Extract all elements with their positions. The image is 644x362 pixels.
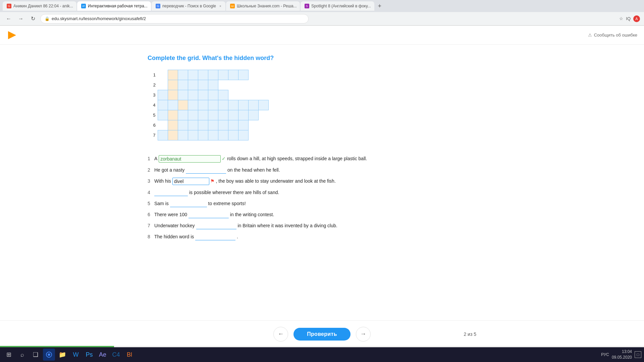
clue-row-4: 4 is possible wherever there are hills o…: [148, 189, 449, 196]
clue-after-6: in the writing contest.: [230, 212, 274, 218]
clue-row-1: 1 A ✓ rolls down a hill, at high speeds,…: [148, 155, 449, 163]
clue-after-5: to extreme sports!: [208, 200, 246, 207]
app-logo: [7, 30, 17, 41]
clue-input-8[interactable]: [195, 233, 235, 240]
clue-row-5: 5 Sam is to extreme sports!: [148, 200, 449, 207]
search-taskbar-button[interactable]: ⌕: [16, 349, 28, 361]
grid-row-5: 5: [148, 110, 268, 120]
taskbar-time-value: 13:04: [612, 349, 632, 355]
profile-avatar[interactable]: А: [633, 15, 640, 22]
clue-input-5[interactable]: [170, 200, 207, 207]
tab-2[interactable]: И Интерактивная рабочая тетра... ×: [77, 1, 151, 11]
tab-4[interactable]: Ш Школьные Знания.com - Реша... ×: [226, 1, 300, 11]
clue-row-2: 2 He got a nasty on the head when he fel…: [148, 167, 449, 174]
tab-bar: G Аникин Даниил 86 22:04 - anik... × И И…: [0, 0, 644, 12]
clue-after-7: in Britain where it was invented by a di…: [237, 223, 337, 229]
clue-before-2: He got a nasty: [154, 167, 184, 174]
grid-label-6: 6: [148, 120, 158, 130]
clue-after-2: on the head when he fell.: [227, 167, 280, 174]
url-box[interactable]: 🔒 edu.skysmart.ru/lesson/homework/ginoxu…: [40, 14, 309, 23]
next-button[interactable]: →: [356, 327, 371, 342]
app-header: ⚠ Сообщить об ошибке: [0, 26, 644, 45]
taskbar-ae-icon[interactable]: Ae: [97, 349, 109, 361]
warning-icon: ⚠: [588, 33, 592, 38]
clue-row-8: 8 The hidden word is .: [148, 233, 449, 240]
clue-num-3: 3: [148, 178, 153, 185]
back-button[interactable]: ←: [4, 14, 13, 23]
clue-after-3: , the boy was able to stay underwater an…: [216, 178, 336, 185]
iq-label: IQ: [626, 16, 631, 21]
forward-button[interactable]: →: [16, 14, 25, 23]
clue-row-7: 7 Underwater hockey in Britain where it …: [148, 222, 449, 229]
taskbar-blender-icon[interactable]: Bl: [123, 349, 136, 361]
new-tab-button[interactable]: +: [375, 1, 384, 11]
svg-marker-0: [8, 31, 16, 39]
clue-before-7: Underwater hockey: [154, 223, 195, 229]
grid-label-1: 1: [148, 70, 158, 80]
clue-before-8: The hidden word is: [154, 234, 194, 240]
tab-4-label: Школьные Знания.com - Реша...: [237, 4, 297, 8]
url-text: edu.skysmart.ru/lesson/homework/ginoxusa…: [52, 16, 146, 21]
grid-table: 1 2: [148, 70, 269, 140]
check-button[interactable]: Проверить: [293, 328, 351, 341]
grid-row-3: 3: [148, 90, 268, 100]
report-error-label: Сообщить об ошибке: [594, 33, 637, 38]
tab-3[interactable]: G переводчик - Поиск в Google ×: [152, 1, 225, 11]
taskbar: ⊞ ⌕ ❑ 📁 W Ps Ae C4 Bl РУС 13:04 09.05.20…: [0, 347, 644, 362]
clue-num-6: 6: [148, 212, 153, 218]
tab-2-label: Интерактивная рабочая тетра...: [88, 4, 148, 8]
report-error-button[interactable]: ⚠ Сообщить об ошибке: [588, 33, 637, 38]
clue-input-7[interactable]: [196, 222, 236, 229]
tab-2-favicon: И: [81, 4, 86, 8]
taskbar-time: 13:04 09.05.2020: [612, 349, 632, 360]
taskbar-right: РУС 13:04 09.05.2020 □: [601, 349, 641, 360]
clue-input-6[interactable]: [189, 211, 229, 218]
grid-label-2: 2: [148, 80, 158, 90]
start-button[interactable]: ⊞: [3, 349, 15, 361]
main-content: Complete the grid. What's the hidden wor…: [0, 45, 644, 334]
tab-3-close[interactable]: ×: [219, 4, 221, 8]
clue-input-4[interactable]: [154, 189, 188, 196]
taskbar-word-icon[interactable]: W: [70, 349, 82, 361]
svg-point-2: [48, 354, 50, 356]
clue-before-1: A: [154, 156, 157, 162]
page-indicator: 2 из 5: [464, 331, 476, 337]
grid-row-7: 7: [148, 130, 268, 140]
bookmark-icon[interactable]: ☆: [619, 16, 623, 21]
prev-button[interactable]: ←: [273, 327, 288, 342]
clue-row-6: 6 There were 100 in the writing contest.: [148, 211, 449, 218]
crossword-grid: 1 2: [148, 70, 269, 140]
grid-label-7: 7: [148, 130, 158, 140]
grid-label-5: 5: [148, 110, 158, 120]
task-view-button[interactable]: ❑: [30, 349, 42, 361]
clue-after-4: is possible wherever there are hills of …: [189, 189, 279, 196]
clue-num-2: 2: [148, 167, 153, 174]
clue-num-8: 8: [148, 234, 153, 240]
bottom-navigation: ← Проверить → 2 из 5: [0, 320, 644, 347]
lock-icon: 🔒: [45, 16, 50, 21]
grid-row-6: 6: [148, 120, 268, 130]
grid-label-3: 3: [148, 90, 158, 100]
clue-input-2[interactable]: [186, 167, 226, 174]
reload-button[interactable]: ↻: [28, 14, 38, 23]
taskbar-chrome-icon[interactable]: [43, 349, 55, 361]
tab-1[interactable]: G Аникин Даниил 86 22:04 - anik... ×: [3, 1, 76, 11]
grid-row-1: 1: [148, 70, 268, 80]
question-title: Complete the grid. What's the hidden wor…: [148, 55, 274, 62]
clue-input-3[interactable]: [172, 178, 209, 185]
clue-num-7: 7: [148, 223, 153, 229]
clues-section: 1 A ✓ rolls down a hill, at high speeds,…: [148, 155, 449, 244]
clue-check-1: ✓: [222, 156, 226, 162]
tab-1-label: Аникин Даниил 86 22:04 - anik...: [13, 4, 73, 8]
notification-area[interactable]: □: [635, 351, 641, 358]
taskbar-photoshop-icon[interactable]: Ps: [83, 349, 95, 361]
tab-1-favicon: G: [7, 4, 11, 8]
taskbar-lang: РУС: [601, 352, 609, 357]
tab-3-favicon: G: [156, 4, 160, 8]
tab-5[interactable]: S Spotlight 8 (Английский в фоку... ×: [301, 1, 374, 11]
taskbar-explorer-icon[interactable]: 📁: [56, 349, 68, 361]
clue-num-1: 1: [148, 156, 153, 162]
clue-input-1[interactable]: [159, 155, 221, 163]
taskbar-cinema4d-icon[interactable]: C4: [110, 349, 122, 361]
address-bar: ← → ↻ 🔒 edu.skysmart.ru/lesson/homework/…: [0, 12, 644, 25]
